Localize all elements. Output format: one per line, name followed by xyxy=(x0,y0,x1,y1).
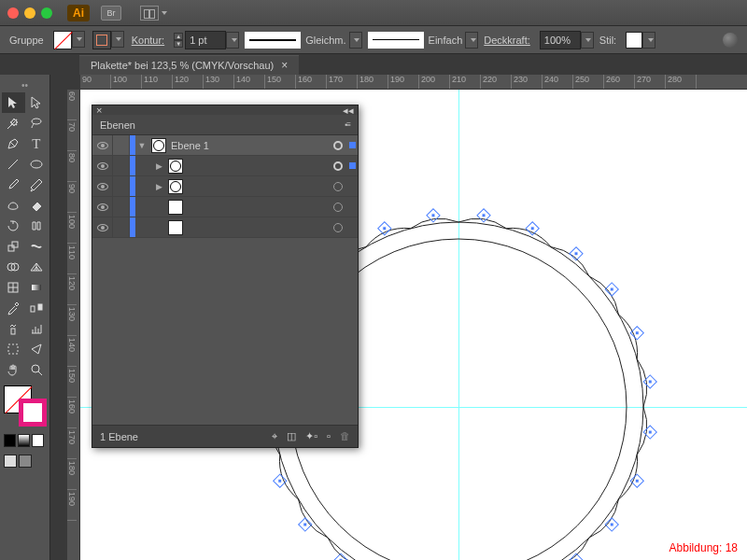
zoom-tool[interactable] xyxy=(25,359,49,380)
opacity-dropdown[interactable] xyxy=(581,32,594,49)
direct-selection-tool[interactable] xyxy=(25,92,49,113)
stroke-weight-input[interactable]: 1 pt xyxy=(185,31,226,49)
stroke-dropdown[interactable] xyxy=(111,31,124,48)
arrange-documents-button[interactable] xyxy=(131,6,167,21)
layer-row[interactable]: ▼ Ebene 1 xyxy=(92,135,358,156)
make-clipping-mask-icon[interactable]: ◫ xyxy=(287,430,296,442)
magic-wand-tool[interactable] xyxy=(2,113,25,133)
lock-toggle[interactable] xyxy=(113,135,130,155)
target-icon[interactable] xyxy=(330,161,346,171)
symbol-sprayer-tool[interactable] xyxy=(2,318,25,339)
visibility-toggle[interactable] xyxy=(92,156,113,175)
stroke-indicator[interactable] xyxy=(19,399,47,427)
horizontal-ruler[interactable]: 9010011012013014015016017018019020021022… xyxy=(80,75,747,90)
layer-row[interactable] xyxy=(92,197,358,217)
collapse-panel-icon[interactable]: ◂◂ xyxy=(343,105,354,117)
screen-mode-full[interactable] xyxy=(19,455,32,468)
graph-tool[interactable] xyxy=(25,318,49,339)
layer-row[interactable]: ▶ xyxy=(92,156,358,176)
delete-layer-icon[interactable]: 🗑 xyxy=(340,430,350,442)
rectangle-tool[interactable] xyxy=(25,154,49,175)
color-mode-none[interactable] xyxy=(32,434,44,447)
artboard-tool[interactable] xyxy=(2,339,25,359)
layer-thumbnail[interactable] xyxy=(151,138,166,153)
stroke-weight-dropdown[interactable] xyxy=(226,32,239,49)
eyedropper-tool[interactable] xyxy=(2,298,25,318)
visibility-toggle[interactable] xyxy=(92,135,113,155)
perspective-grid-tool[interactable] xyxy=(25,257,49,277)
locate-object-icon[interactable]: ⌖ xyxy=(272,430,277,442)
color-mode-fill[interactable] xyxy=(4,434,16,447)
eraser-tool[interactable] xyxy=(25,195,49,216)
stroke-weight-stepper[interactable]: ▲▼ xyxy=(174,33,183,48)
fill-stroke-indicator[interactable] xyxy=(4,385,49,427)
style-dropdown[interactable] xyxy=(642,32,655,49)
lock-toggle[interactable] xyxy=(113,176,130,196)
pen-tool[interactable] xyxy=(2,133,25,154)
window-maximize-button[interactable] xyxy=(41,7,52,19)
close-panel-icon[interactable]: × xyxy=(96,105,102,116)
target-icon[interactable] xyxy=(330,141,346,150)
reflect-tool[interactable] xyxy=(25,216,49,236)
blob-brush-tool[interactable] xyxy=(2,195,25,216)
layers-panel[interactable]: ×◂◂ Ebenen ▪≡ ▼ Ebene 1 ▶ ▶ xyxy=(92,105,359,448)
window-close-button[interactable] xyxy=(7,7,19,19)
layer-thumbnail[interactable] xyxy=(168,200,183,215)
style-swatch[interactable] xyxy=(626,32,642,49)
expand-arrow[interactable]: ▶ xyxy=(152,161,165,171)
target-icon[interactable] xyxy=(330,182,346,191)
edit-contents-button[interactable] xyxy=(723,33,738,48)
layer-row[interactable] xyxy=(92,217,358,238)
target-icon[interactable] xyxy=(330,223,346,232)
window-minimize-button[interactable] xyxy=(24,7,35,19)
selection-tool[interactable] xyxy=(2,92,25,113)
panel-drag-bar[interactable]: ×◂◂ xyxy=(92,105,358,115)
fill-dropdown[interactable] xyxy=(72,31,85,48)
profile-dropdown[interactable] xyxy=(349,32,362,49)
layer-row[interactable]: ▶ xyxy=(92,176,358,197)
layer-thumbnail[interactable] xyxy=(168,159,183,174)
close-tab-icon[interactable]: × xyxy=(281,59,288,72)
color-mode-gradient[interactable] xyxy=(18,434,30,447)
type-tool[interactable]: T xyxy=(25,133,49,154)
target-icon[interactable] xyxy=(330,203,346,212)
rotate-tool[interactable] xyxy=(2,216,25,236)
gradient-tool[interactable] xyxy=(25,277,49,298)
lock-toggle[interactable] xyxy=(113,197,130,217)
fill-swatch[interactable] xyxy=(53,31,72,49)
stroke-label[interactable]: Kontur: xyxy=(132,35,164,46)
screen-mode-normal[interactable] xyxy=(4,455,17,468)
bridge-button[interactable]: Br xyxy=(101,6,121,21)
stroke-swatch[interactable] xyxy=(92,31,111,49)
scale-tool[interactable] xyxy=(2,236,25,257)
panel-menu-icon[interactable]: ▪≡ xyxy=(345,123,350,126)
line-tool[interactable] xyxy=(2,154,25,175)
paintbrush-tool[interactable] xyxy=(2,175,25,195)
lasso-tool[interactable] xyxy=(25,113,49,133)
mesh-tool[interactable] xyxy=(2,277,25,298)
shape-builder-tool[interactable] xyxy=(2,257,25,277)
layer-thumbnail[interactable] xyxy=(168,220,183,235)
visibility-toggle[interactable] xyxy=(92,197,113,217)
brush-dropdown[interactable] xyxy=(465,32,478,49)
layer-thumbnail[interactable] xyxy=(168,179,183,194)
opacity-label[interactable]: Deckkraft: xyxy=(484,35,530,46)
visibility-toggle[interactable] xyxy=(92,217,113,237)
width-tool[interactable] xyxy=(25,236,49,257)
new-layer-icon[interactable]: ▫ xyxy=(327,430,331,442)
blend-tool[interactable] xyxy=(25,298,49,318)
expand-arrow[interactable]: ▶ xyxy=(152,182,165,191)
lock-toggle[interactable] xyxy=(113,156,130,175)
lock-toggle[interactable] xyxy=(113,217,130,237)
layer-name[interactable]: Ebene 1 xyxy=(169,140,330,151)
expand-arrow[interactable]: ▼ xyxy=(135,141,148,150)
vertical-ruler[interactable]: 60708090100110120130140150160170180190 xyxy=(67,90,80,560)
new-sublayer-icon[interactable]: ✦▫ xyxy=(305,430,317,442)
pencil-tool[interactable] xyxy=(25,175,49,195)
visibility-toggle[interactable] xyxy=(92,176,113,196)
panel-title[interactable]: Ebenen xyxy=(100,119,135,131)
slice-tool[interactable] xyxy=(25,339,49,359)
hand-tool[interactable] xyxy=(2,359,25,380)
opacity-input[interactable]: 100% xyxy=(540,31,581,49)
document-tab[interactable]: Plakette* bei 123,5 % (CMYK/Vorschau) × xyxy=(79,55,299,75)
